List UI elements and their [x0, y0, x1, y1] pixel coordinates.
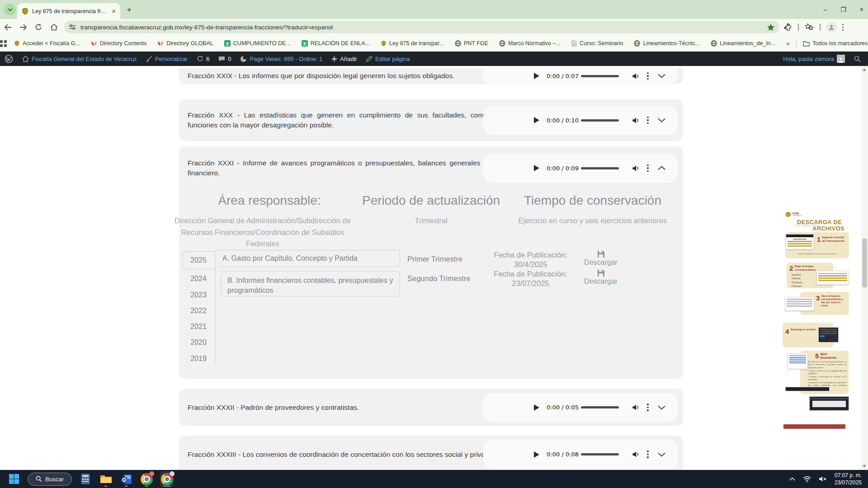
play-button[interactable] [534, 451, 539, 458]
taskbar-file-explorer-icon[interactable] [99, 471, 113, 487]
bookmark-item[interactable]: Directory Contents [91, 40, 147, 47]
chevron-up-icon[interactable] [658, 166, 665, 170]
kebab-menu-icon[interactable] [647, 72, 649, 80]
profile-avatar[interactable] [826, 22, 837, 33]
bookmark-star-icon[interactable] [767, 23, 775, 31]
volume-icon[interactable] [632, 450, 640, 459]
window-minimize-button[interactable]: – [823, 6, 827, 13]
adminbar-comments[interactable]: 0 [214, 52, 236, 66]
url-text[interactable]: transparencia.fiscaliaveracruz.gob.mx/le… [80, 24, 762, 31]
accordion-row-fraccion-xxx[interactable]: Fracción XXX - Las estadísticas que gene… [179, 99, 683, 141]
taskbar-chrome-icon[interactable] [140, 471, 153, 487]
audio-progress[interactable] [581, 167, 619, 169]
tray-chevron-up-icon[interactable] [789, 477, 795, 481]
kebab-menu-icon[interactable] [647, 164, 649, 172]
volume-icon[interactable] [632, 72, 640, 80]
bookmark-item[interactable]: Acceder < Fiscalía G... [14, 40, 80, 47]
forward-icon[interactable] [15, 21, 31, 33]
bookmark-item[interactable]: Lineamientos-Técnic... [634, 40, 700, 47]
descargar-link[interactable]: Descargar [576, 250, 626, 267]
adminbar-account[interactable]: Hola, paola zamora [778, 52, 849, 66]
accordion-row-fraccion-xxix[interactable]: Fracción XXIX - Los informes que por dis… [179, 68, 683, 84]
adminbar-customize-link[interactable]: Personalizar [142, 52, 192, 66]
browser-menu-kebab-icon[interactable] [842, 24, 844, 31]
adminbar-add-new[interactable]: Añadir [327, 52, 362, 66]
taskbar-calculator-icon[interactable] [79, 471, 92, 487]
adminbar-edit-page[interactable]: Editar página [362, 52, 415, 66]
wifi-icon[interactable] [803, 476, 811, 482]
volume-icon[interactable] [632, 403, 640, 412]
volume-icon[interactable] [632, 164, 640, 173]
volume-icon[interactable] [632, 116, 640, 125]
taskbar-clock[interactable]: 07:07 p. m. 23/07/2025 [835, 472, 862, 486]
bookmark-item[interactable]: PNT FGE [455, 40, 488, 47]
window-maximize-button[interactable]: ❐ [840, 6, 846, 13]
adminbar-site-link[interactable]: Fiscalía General del Estado de Veracruz [18, 52, 142, 66]
kebab-menu-icon[interactable] [647, 117, 649, 124]
year-tab-2021[interactable]: 2021 [184, 323, 213, 331]
taskbar-outlook-icon[interactable] [119, 471, 133, 487]
tab-close-icon[interactable]: × [112, 8, 116, 14]
adminbar-page-views[interactable]: Page Views: 895 - Online: 1 [236, 52, 327, 66]
year-tab-2023[interactable]: 2023 [184, 291, 213, 299]
audio-progress[interactable] [581, 453, 619, 455]
scroll-up-arrow[interactable] [863, 68, 866, 71]
browser-tab[interactable]: Ley 875 de transparencia fracciones × [17, 3, 120, 19]
play-button[interactable] [534, 165, 539, 171]
play-button[interactable] [534, 117, 539, 123]
accordion-row-fraccion-xxxii[interactable]: Fracción XXXII - Padrón de proveedores y… [179, 389, 683, 426]
chevron-down-icon[interactable] [658, 452, 665, 457]
adminbar-updates[interactable]: 6 [192, 52, 214, 66]
apps-grid-icon[interactable] [0, 37, 7, 50]
kebab-menu-icon[interactable] [647, 450, 649, 458]
bookmark-item[interactable]: Marco Normativo –... [499, 40, 561, 47]
descargar-link[interactable]: Descargar [576, 269, 626, 286]
wordpress-logo-icon[interactable] [0, 52, 18, 66]
window-close-button[interactable]: × [860, 6, 863, 13]
bookmarks-overflow-chevrons[interactable]: » [786, 40, 790, 47]
pencil-icon [366, 56, 373, 62]
play-button[interactable] [534, 73, 539, 79]
page-scrollbar[interactable] [861, 66, 868, 470]
bookmark-item[interactable]: RELACIÓN DE ENLA... [302, 40, 370, 47]
chevron-down-icon[interactable] [658, 118, 665, 122]
audio-progress[interactable] [581, 406, 619, 408]
audio-progress[interactable] [581, 119, 619, 122]
start-button[interactable] [7, 471, 21, 487]
home-icon[interactable] [46, 21, 61, 33]
taskbar-search[interactable]: Buscar [28, 473, 72, 486]
reload-icon[interactable] [31, 21, 46, 33]
bookmark-item[interactable]: CUMPLIMIENTO DE... [224, 40, 291, 47]
chevron-down-icon[interactable] [658, 405, 665, 410]
back-icon[interactable] [0, 21, 15, 33]
infographic-descarga-de-archivos[interactable]: FGE Transparencia DESCARGA DE ARCHIVOS 1… [780, 210, 853, 436]
bookmark-item[interactable]: Lineamientos_de_In... [711, 40, 775, 47]
year-tab-2022[interactable]: 2022 [184, 307, 213, 315]
year-tab-2019[interactable]: 2019 [184, 355, 213, 363]
adminbar-search-icon[interactable] [849, 52, 868, 66]
address-bar[interactable]: transparencia.fiscaliaveracruz.gob.mx/le… [64, 21, 779, 33]
item-a-gasto[interactable]: A. Gasto por Capítulo, Concepto y Partid… [215, 250, 400, 267]
taskbar-chrome-active-icon[interactable] [160, 471, 174, 487]
kebab-menu-icon[interactable] [647, 404, 649, 411]
double-star-extension-icon[interactable] [804, 23, 814, 32]
year-tab-2024[interactable]: 2024 [184, 275, 213, 283]
scroll-down-arrow[interactable] [863, 465, 866, 468]
accordion-row-fraccion-xxxiii[interactable]: Fracción XXXIII - Los convenios de coord… [179, 436, 683, 470]
site-settings-tune-icon[interactable] [69, 24, 76, 30]
volume-muted-icon[interactable] [819, 476, 827, 482]
item-b-informes[interactable]: B. Informes financieros contables, presu… [221, 271, 400, 296]
year-tab-2020[interactable]: 2020 [184, 338, 213, 347]
bookmark-item[interactable]: Directory GLOBAL [157, 40, 213, 47]
scrollbar-thumb[interactable] [862, 238, 867, 288]
tab-search-button[interactable] [4, 4, 16, 15]
extensions-puzzle-icon[interactable] [784, 23, 793, 32]
audio-progress[interactable] [581, 75, 619, 77]
new-tab-button[interactable]: + [127, 5, 132, 15]
all-bookmarks-button[interactable]: Todos los marcadores [803, 40, 868, 47]
bookmark-item[interactable]: Curso: Seminario [571, 40, 623, 47]
bookmark-item[interactable]: Ley 875 de transpar... [381, 40, 444, 47]
play-button[interactable] [534, 404, 539, 411]
chevron-down-icon[interactable] [658, 74, 665, 78]
year-tab-2025[interactable]: 2025 [184, 256, 213, 264]
